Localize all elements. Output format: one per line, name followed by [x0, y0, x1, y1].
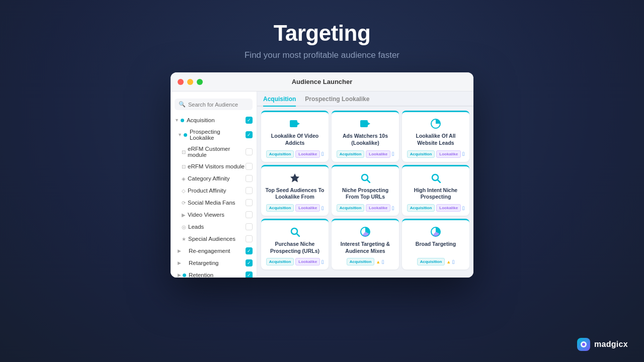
tag-lookalike: Lookalike	[295, 258, 320, 265]
sidebar-item-acquisition[interactable]: ▼ Acquisition ✓	[171, 114, 257, 126]
sidebar-item-label: Retention	[189, 272, 246, 278]
search-box[interactable]: 🔍	[175, 99, 253, 110]
card-title: Top Seed Audiences To Lookalike From	[265, 187, 325, 201]
tabs-bar: Acquisition Prospecting Lookalike	[257, 92, 473, 107]
close-button[interactable]	[178, 79, 184, 85]
page-subtitle: Find your most profitable audience faste…	[245, 50, 399, 60]
card-purchase-niche[interactable]: Purchase Niche Prospecting (URLs) Acquis…	[261, 219, 329, 269]
maximize-button[interactable]	[197, 79, 203, 85]
tag-acquisition: Acquisition	[266, 204, 294, 212]
card-footer: Acquisition Lookalike 	[265, 150, 325, 158]
window-body: 🔍 ▼ Acquisition ✓ ▼ Prospecting Lookalik…	[171, 92, 473, 278]
video-checkbox[interactable]	[246, 211, 253, 218]
card-lookalike-website[interactable]: Lookalike Of All Website Leads Acquisiti…	[402, 111, 469, 161]
tag-lookalike: Lookalike	[436, 150, 461, 158]
card-title: Lookalike Of Video Addicts	[265, 133, 325, 147]
sidebar-item-erfm-visitors[interactable]: ⊡ eRFM Visitors module	[171, 160, 257, 172]
tag-acquisition: Acquisition	[337, 150, 365, 158]
card-footer: Acquisition Lookalike 	[336, 204, 395, 212]
sidebar-item-social-media-fans[interactable]: ⟳ Social Media Fans	[171, 197, 257, 209]
card-top-seed[interactable]: Top Seed Audiences To Lookalike From Acq…	[261, 165, 329, 216]
svg-line-7	[367, 180, 370, 183]
sidebar-item-video-viewers[interactable]: ▶ Video Viewers	[171, 209, 257, 221]
retargeting-checkbox[interactable]: ✓	[246, 259, 253, 266]
card-ads-watchers[interactable]: Ads Watchers 10s (Lookalike) Acquisition…	[332, 111, 399, 161]
pie-icon	[360, 225, 371, 238]
tab-prospecting-lookalike[interactable]: Prospecting Lookalike	[305, 96, 369, 107]
sidebar-item-leads[interactable]: ◎ Leads	[171, 221, 257, 233]
social-checkbox[interactable]	[246, 199, 253, 206]
search-icon	[431, 171, 441, 185]
sidebar-item-product-affinity[interactable]: ◇ Product Affinity	[171, 185, 257, 197]
dot-indicator	[181, 119, 184, 122]
video-icon	[289, 117, 300, 130]
retention-checkbox[interactable]: ✓	[246, 272, 253, 278]
sidebar-item-label: Leads	[188, 224, 246, 230]
card-broad-targeting[interactable]: Broad Targeting Acquisition ▲ 	[402, 219, 469, 269]
sidebar-item-special-audiences[interactable]: ★ Special Audiences	[171, 233, 257, 245]
card-title: Purchase Niche Prospecting (URLs)	[265, 241, 325, 255]
tag-lookalike: Lookalike	[295, 204, 320, 212]
google-icon: ▲	[446, 259, 451, 264]
special-checkbox[interactable]	[246, 235, 253, 242]
search-input[interactable]	[188, 102, 249, 108]
main-content: Acquisition Prospecting Lookalike Lookal…	[257, 92, 473, 278]
tag-lookalike: Lookalike	[366, 204, 390, 212]
card-niche-prospecting-urls[interactable]: Niche Prospecting From Top URLs Acquisit…	[332, 165, 399, 216]
svg-rect-0	[290, 120, 297, 127]
erfm-visitors-checkbox[interactable]	[246, 163, 253, 170]
category-checkbox[interactable]	[246, 175, 253, 182]
sidebar-item-label: Video Viewers	[188, 212, 246, 218]
card-footer: Acquisition Lookalike 	[406, 204, 465, 212]
window-title: Audience Launcher	[292, 78, 353, 85]
card-footer: Acquisition ▲ 	[336, 258, 395, 265]
sidebar-item-label: Re-engagement	[189, 248, 246, 254]
sidebar-item-prospecting-lookalike[interactable]: ▼ Prospecting Lookalike ✓	[171, 126, 257, 143]
sidebar: 🔍 ▼ Acquisition ✓ ▼ Prospecting Lookalik…	[171, 92, 257, 278]
tag-acquisition: Acquisition	[407, 150, 435, 158]
sidebar-item-retention[interactable]: ▶ Retention ✓	[171, 269, 257, 278]
tag-lookalike: Lookalike	[295, 150, 320, 158]
sidebar-item-retargeting[interactable]: ▶ Retargeting ✓	[171, 257, 257, 269]
brand-logo: madgicx	[577, 338, 628, 351]
svg-marker-1	[297, 122, 300, 125]
facebook-icon: 	[462, 205, 464, 211]
erfm-customer-checkbox[interactable]	[246, 148, 253, 155]
sidebar-item-label: Social Media Fans	[188, 200, 246, 206]
chevron-down-icon: ▼	[178, 132, 182, 137]
sidebar-item-label: Retargeting	[189, 260, 246, 266]
product-checkbox[interactable]	[246, 187, 253, 194]
video-icon: ▶	[182, 212, 186, 218]
search-icon: 🔍	[179, 101, 186, 108]
tag-lookalike: Lookalike	[366, 150, 390, 158]
tag-acquisition: Acquisition	[266, 150, 294, 158]
sidebar-item-re-engagement[interactable]: ▶ Re-engagement ✓	[171, 245, 257, 257]
search-icon	[290, 225, 300, 238]
card-high-intent-niche[interactable]: High Intent Niche Prospecting Acquisitio…	[402, 165, 469, 216]
facebook-icon: 	[382, 259, 384, 265]
chevron-right-icon: ▶	[178, 248, 181, 253]
card-footer: Acquisition Lookalike 	[265, 204, 325, 212]
leads-checkbox[interactable]	[246, 223, 253, 230]
tag-acquisition: Acquisition	[337, 204, 365, 212]
pie-icon	[430, 225, 441, 238]
chevron-right-icon: ▶	[178, 260, 181, 265]
tab-acquisition[interactable]: Acquisition	[263, 96, 296, 107]
sidebar-item-erfm-customer[interactable]: ⊡ eRFM Customer module	[171, 143, 257, 160]
prospecting-checkbox[interactable]: ✓	[246, 131, 253, 138]
leads-icon: ◎	[182, 224, 186, 230]
svg-marker-3	[368, 122, 370, 125]
sidebar-item-label: eRFM Customer module	[188, 146, 246, 158]
re-engagement-checkbox[interactable]: ✓	[246, 247, 253, 254]
video-icon	[360, 117, 371, 130]
card-lookalike-video[interactable]: Lookalike Of Video Addicts Acquisition L…	[261, 111, 329, 161]
window-controls	[178, 79, 203, 85]
sidebar-item-category-affinity[interactable]: ◈ Category Affinity	[171, 172, 257, 185]
acquisition-checkbox[interactable]: ✓	[246, 117, 253, 124]
card-interest-targeting[interactable]: Interest Targeting & Audience Mixes Acqu…	[332, 219, 399, 269]
sidebar-item-label: Prospecting Lookalike	[190, 129, 246, 141]
module-icon: ⊡	[182, 164, 186, 169]
minimize-button[interactable]	[187, 79, 193, 85]
tag-lookalike: Lookalike	[436, 204, 461, 212]
card-title: Interest Targeting & Audience Mixes	[336, 241, 395, 255]
